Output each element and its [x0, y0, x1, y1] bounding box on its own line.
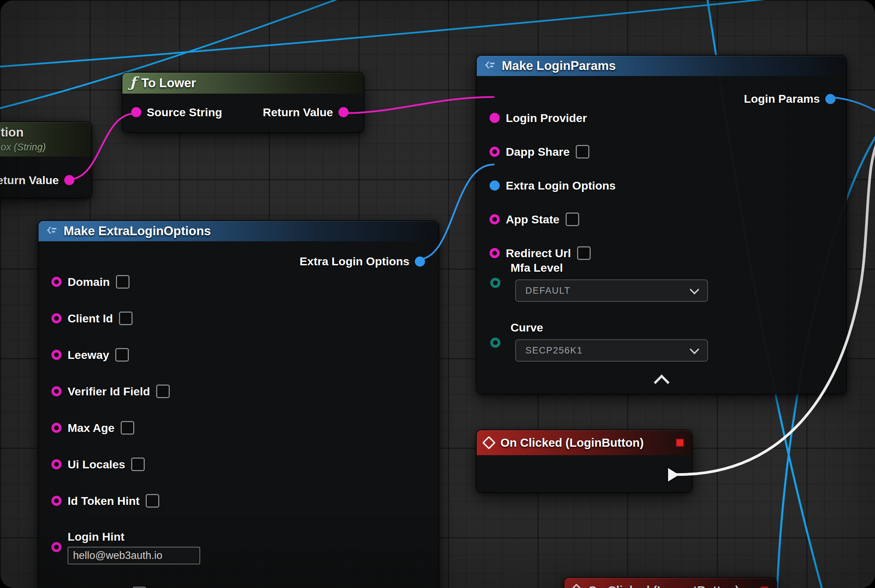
function-icon: ƒ [130, 75, 136, 90]
chevron-down-icon [690, 285, 699, 294]
node-header[interactable]: Make LoginParams [477, 56, 846, 76]
login-hint-input[interactable] [68, 547, 200, 564]
node-title: Make LoginParams [502, 59, 616, 73]
domain-checkbox[interactable] [116, 275, 129, 289]
pin-row-login-provider: Login Provider [477, 101, 846, 135]
node-title: Make ExtraLoginOptions [63, 224, 211, 238]
pin-label: Verifier Id Field [68, 385, 150, 398]
pin-row-id-token-hint: Id Token Hint [39, 483, 439, 519]
mfa-level-label: Mfa Level [511, 261, 563, 274]
pin-return-value[interactable] [64, 175, 74, 185]
pin-row-acr-values: Acr Values [39, 575, 439, 588]
mfa-level-value: DEFAULT [525, 285, 571, 296]
pin-label: Client Id [68, 312, 113, 325]
pin-row-verifier-id-field: Verifier Id Field [39, 373, 439, 410]
node-clipped-left[interactable]: tion ox (String) eturn Value [0, 122, 92, 198]
node-on-clicked-logoutbutton[interactable]: On Clicked (LogoutButton) [564, 577, 777, 588]
make-struct-icon [484, 60, 496, 72]
event-reference-icon [675, 438, 684, 447]
node-header[interactable]: On Clicked (LoginButton) [477, 430, 692, 455]
pin-row-client-id: Client Id [39, 300, 439, 337]
pin-login-provider[interactable] [490, 113, 500, 123]
pin-label-fragment: eturn Value [0, 174, 59, 187]
pin-row-app-state: App State [477, 202, 846, 236]
node-title: On Clicked (LogoutButton) [588, 584, 739, 588]
pin-label: Domain [68, 275, 110, 289]
curve-label: Curve [511, 321, 543, 334]
pin-label: Max Age [68, 422, 114, 435]
make-struct-icon [46, 225, 58, 237]
curve-value: SECP256K1 [525, 345, 583, 356]
exec-out-pin[interactable] [668, 468, 679, 482]
mfa-level-dropdown[interactable]: DEFAULT [515, 279, 708, 302]
id-token-hint-checkbox[interactable] [146, 494, 159, 508]
pin-label: Id Token Hint [68, 494, 140, 508]
pin-client-id[interactable] [51, 313, 62, 323]
pin-label: Leeway [68, 348, 109, 362]
dapp-share-checkbox[interactable] [576, 145, 589, 159]
pin-row-dapp-share: Dapp Share [477, 135, 846, 169]
pin-row-login-hint: Login Hint [39, 519, 439, 575]
pin-row-leeway: Leeway [39, 337, 439, 373]
pin-app-state[interactable] [490, 214, 500, 224]
pin-label: Ui Locales [68, 458, 125, 471]
pin-label: Acr Values [68, 587, 126, 588]
node-header[interactable]: On Clicked (LogoutButton) [564, 578, 776, 588]
pin-domain[interactable] [51, 277, 62, 287]
pin-login-hint[interactable] [51, 542, 62, 552]
pin-label: Login Provider [506, 111, 587, 125]
pin-redirect-url[interactable] [490, 248, 500, 258]
event-icon [482, 436, 496, 450]
node-title-fragment: tion [1, 125, 24, 140]
node-subtitle-fragment: ox (String) [1, 142, 46, 153]
node-header[interactable]: Make ExtraLoginOptions [39, 221, 439, 241]
pin-row-extra-login-options: Extra Login Options [477, 169, 846, 202]
node-title: On Clicked (LoginButton) [501, 436, 644, 450]
pin-label: Source String [147, 106, 222, 119]
app-state-checkbox[interactable] [566, 213, 579, 226]
verifier-id-field-checkbox[interactable] [156, 385, 170, 398]
pin-dapp-share[interactable] [490, 147, 500, 157]
pin-label: Return Value [263, 106, 333, 119]
blueprint-graph-canvas[interactable]: ƒ To Lower Source String Return Value ti… [0, 0, 875, 588]
node-title: To Lower [141, 76, 196, 90]
node-header[interactable]: ƒ To Lower [122, 73, 364, 94]
chevron-down-icon [690, 345, 699, 354]
client-id-checkbox[interactable] [119, 312, 132, 325]
ui-locales-checkbox[interactable] [131, 458, 145, 471]
pin-label: Login Hint [68, 530, 200, 543]
collapse-node-chevron[interactable] [654, 374, 669, 390]
node-header[interactable]: tion ox (String) [0, 122, 91, 156]
pin-label: Extra Login Options [299, 255, 409, 268]
pin-max-age[interactable] [51, 423, 62, 433]
pin-return-value[interactable] [338, 107, 349, 117]
pin-row-ui-locales: Ui Locales [39, 446, 439, 483]
node-make-extraloginoptions[interactable]: Make ExtraLoginOptions Extra Login Optio… [38, 220, 439, 588]
redirect-url-checkbox[interactable] [577, 246, 591, 260]
pin-row-max-age: Max Age [39, 410, 439, 446]
pin-label: Redirect Url [506, 247, 571, 260]
pin-extra-login-options-out[interactable] [415, 256, 425, 267]
max-age-checkbox[interactable] [121, 421, 134, 435]
pin-curve[interactable] [490, 338, 501, 348]
event-reference-icon [760, 586, 769, 588]
pin-label: Dapp Share [506, 145, 570, 159]
pin-row-domain: Domain [39, 264, 439, 300]
pin-id-token-hint[interactable] [51, 496, 62, 506]
pin-leeway[interactable] [51, 350, 62, 360]
pin-verifier-id-field[interactable] [51, 386, 62, 396]
node-to-lower[interactable]: ƒ To Lower Source String Return Value [122, 72, 364, 133]
pin-label: Extra Login Options [506, 179, 616, 192]
node-make-loginparams[interactable]: Make LoginParams Login Params Login Prov… [476, 55, 847, 394]
pin-ui-locales[interactable] [51, 459, 62, 470]
acr-values-checkbox[interactable] [132, 586, 146, 588]
pin-extra-login-options-in[interactable] [490, 180, 500, 190]
event-icon [570, 584, 583, 588]
pin-label: Login Params [744, 92, 820, 105]
pin-mfa-level[interactable] [490, 278, 501, 288]
leeway-checkbox[interactable] [115, 348, 129, 362]
curve-dropdown[interactable]: SECP256K1 [515, 339, 708, 362]
pin-login-params-out[interactable] [825, 94, 836, 104]
pin-source-string[interactable] [131, 107, 141, 117]
node-on-clicked-loginbutton[interactable]: On Clicked (LoginButton) [476, 429, 692, 493]
